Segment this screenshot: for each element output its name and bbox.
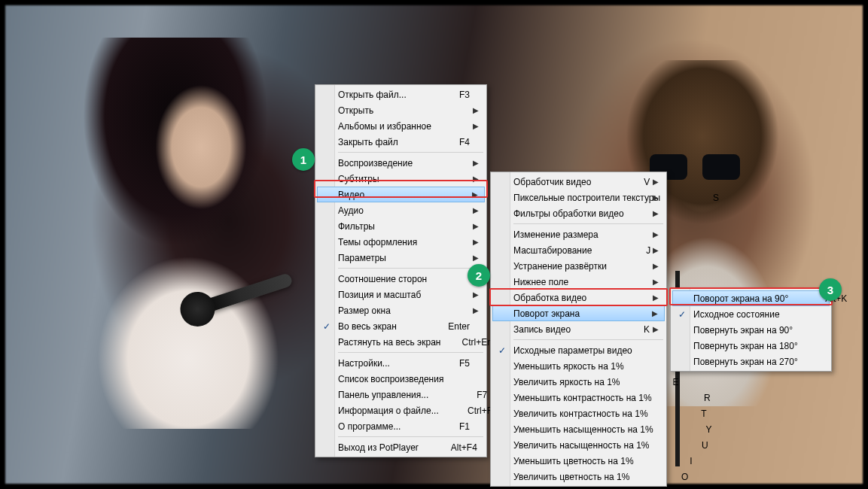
menu-item[interactable]: Увеличить насыщенность на 1%U <box>492 437 665 453</box>
menu-item-shortcut: Alt+F4 <box>440 442 477 453</box>
menu-item-label: Обработчик видео <box>513 177 591 187</box>
menu-item[interactable]: ✓Исходное состояние <box>672 306 830 322</box>
menu-item-label: Фильтры обработки видео <box>513 208 650 219</box>
menu-item-label: Изменение размера <box>513 229 650 240</box>
menu-item[interactable]: Открыть▶ <box>317 102 485 118</box>
submenu-arrow-icon: ▶ <box>653 293 659 302</box>
menu-item-shortcut: O <box>650 472 688 482</box>
submenu-arrow-icon: ▶ <box>473 206 479 214</box>
annotation-badge-2: 2 <box>468 264 490 287</box>
menu-item[interactable]: Настройки...F5 <box>317 355 485 371</box>
menu-item[interactable]: Субтитры▶ <box>317 171 485 187</box>
submenu-arrow-icon: ▶ <box>473 159 479 167</box>
menu-item-shortcut: Y <box>675 424 712 435</box>
menu-item-label: Видео <box>338 190 470 200</box>
menu-item[interactable]: Позиция и масштаб▶ <box>317 287 485 302</box>
menu-item[interactable]: ✓Во весь экранEnter <box>317 318 485 334</box>
menu-item-label: Увеличить насыщенность на 1% <box>513 440 650 451</box>
menu-item-label: Соотношение сторон <box>338 274 470 284</box>
menu-item[interactable]: Повернуть экран на 90° <box>672 322 830 338</box>
submenu-arrow-icon: ▶ <box>653 178 659 186</box>
menu-item[interactable]: Запись видеоK▶ <box>492 321 665 337</box>
submenu-arrow-icon: ▶ <box>473 175 479 183</box>
menu-item-label: Список воспроизведения <box>338 374 443 384</box>
menu-item[interactable]: Увеличить контрастность на 1%T <box>492 405 665 421</box>
menu-item[interactable]: Растянуть на весь экранCtrl+Enter <box>317 334 485 350</box>
submenu-arrow-icon: ▶ <box>473 122 479 130</box>
menu-item[interactable]: Обработка видео▶ <box>492 290 665 305</box>
menu-item-label: Уменьшить цветность на 1% <box>513 456 634 466</box>
menu-item[interactable]: Уменьшить контрастность на 1%R <box>492 390 665 405</box>
menu-item[interactable]: Уменьшить цветность на 1%I <box>492 453 665 469</box>
menu-item-label: Нижнее поле <box>513 277 650 287</box>
menu-item-label: Альбомы и избранное <box>338 121 470 132</box>
menu-item-label: Повернуть экран на 270° <box>693 357 815 367</box>
menu-separator <box>338 268 483 269</box>
menu-item-shortcut: V <box>612 177 650 187</box>
check-icon: ✓ <box>498 345 506 356</box>
menu-item[interactable]: Соотношение сторон▶ <box>317 271 485 287</box>
menu-item-label: Уменьшить контрастность на 1% <box>513 393 652 403</box>
menu-item[interactable]: Повернуть экран на 270° <box>672 354 830 369</box>
menu-item[interactable]: ✓Исходные параметры видеоQ <box>492 342 665 358</box>
check-icon: ✓ <box>323 321 330 332</box>
menu-item[interactable]: Фильтры обработки видео▶ <box>492 205 665 221</box>
menu-item[interactable]: Уменьшить насыщенность на 1%Y <box>492 421 665 437</box>
context-menu-video[interactable]: Обработчик видеоV▶Пиксельные построители… <box>490 172 667 487</box>
menu-item[interactable]: Обработчик видеоV▶ <box>492 174 665 190</box>
menu-item[interactable]: Поворот экрана▶ <box>492 305 665 321</box>
menu-item-label: Уменьшить яркость на 1% <box>513 361 624 372</box>
menu-item[interactable]: О программе...F1 <box>317 418 485 434</box>
menu-item[interactable]: Изменение размера▶ <box>492 226 665 242</box>
submenu-arrow-icon: ▶ <box>653 209 659 217</box>
menu-item-label: Растянуть на весь экран <box>338 337 440 348</box>
menu-item[interactable]: Открыть файл...F3 <box>317 87 485 102</box>
menu-item[interactable]: Аудио▶ <box>317 202 485 218</box>
submenu-arrow-icon: ▶ <box>652 309 658 317</box>
menu-item-shortcut: Enter <box>432 321 470 332</box>
context-menu-rotate[interactable]: Поворот экрана на 90°Alt+K✓Исходное сост… <box>670 288 832 372</box>
menu-item-label: Увеличить цветность на 1% <box>513 472 629 482</box>
menu-item[interactable]: Воспроизведение▶ <box>317 155 485 171</box>
menu-item-shortcut: F4 <box>432 137 470 147</box>
menu-item[interactable]: Пиксельные построители текстурыS▶ <box>492 190 665 205</box>
menu-item-shortcut: U <box>671 440 708 451</box>
menu-item[interactable]: Альбомы и избранное▶ <box>317 118 485 134</box>
menu-item-shortcut: I <box>655 456 693 466</box>
video-content-figure <box>60 38 316 429</box>
menu-item-label: Открыть <box>338 105 470 116</box>
menu-item[interactable]: Список воспроизведенияF6 <box>317 371 485 387</box>
context-menu-main[interactable]: Открыть файл...F3Открыть▶Альбомы и избра… <box>315 84 487 457</box>
menu-item[interactable]: Уменьшить яркость на 1%W <box>492 358 665 374</box>
menu-item-label: Масштабирование <box>513 245 592 256</box>
menu-item[interactable]: Параметры▶ <box>317 250 485 266</box>
submenu-arrow-icon: ▶ <box>472 190 478 199</box>
menu-item[interactable]: Фильтры▶ <box>317 218 485 234</box>
menu-item[interactable]: Выход из PotPlayerAlt+F4 <box>317 439 485 455</box>
menu-item-label: Пиксельные построители текстуры <box>513 193 660 203</box>
submenu-arrow-icon: ▶ <box>473 106 479 114</box>
menu-separator <box>513 339 663 340</box>
menu-item[interactable]: Повернуть экран на 180° <box>672 338 830 354</box>
menu-item-shortcut: F1 <box>432 421 470 432</box>
menu-item[interactable]: Размер окна▶ <box>317 302 485 318</box>
menu-item[interactable]: Увеличить цветность на 1%O <box>492 469 665 484</box>
menu-item[interactable]: Информация о файле...Ctrl+F1 <box>317 402 485 418</box>
menu-item[interactable]: Увеличить яркость на 1%E <box>492 374 665 390</box>
menu-item-label: Информация о файле... <box>338 405 439 416</box>
menu-item[interactable]: Поворот экрана на 90°Alt+K <box>672 290 830 306</box>
menu-item-label: Поворот экрана <box>513 308 650 319</box>
submenu-arrow-icon: ▶ <box>653 246 659 254</box>
menu-item-label: Настройки... <box>338 358 411 369</box>
menu-item[interactable]: Закрыть файлF4 <box>317 134 485 150</box>
menu-item-label: Выход из PotPlayer <box>338 442 419 453</box>
menu-item[interactable]: Видео▶ <box>317 187 485 202</box>
menu-separator <box>338 152 483 153</box>
menu-item-label: Закрыть файл <box>338 137 411 147</box>
menu-item-label: Исходные параметры видео <box>513 345 632 356</box>
menu-item[interactable]: МасштабированиеJ▶ <box>492 242 665 258</box>
menu-item[interactable]: Панель управления...F7 <box>317 387 485 402</box>
menu-item[interactable]: Нижнее поле▶ <box>492 274 665 290</box>
menu-item[interactable]: Устранение развёртки▶ <box>492 258 665 274</box>
menu-item[interactable]: Темы оформления▶ <box>317 234 485 250</box>
